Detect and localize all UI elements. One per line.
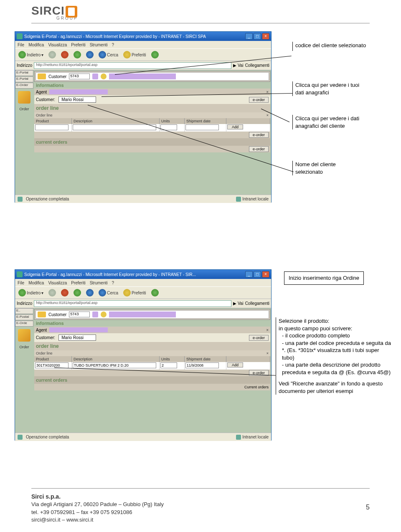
shipment-input[interactable]: [185, 362, 219, 368]
order-icon[interactable]: [18, 329, 30, 342]
current-orders-row: Current orders: [244, 385, 269, 389]
star-icon: [123, 289, 131, 296]
menu-favorites[interactable]: Preferiti: [71, 281, 85, 285]
side-tab-eportal2[interactable]: E-Portal: [15, 76, 33, 82]
menu-tools[interactable]: Strumenti: [90, 281, 108, 285]
stop-button[interactable]: [59, 50, 70, 59]
menu-edit[interactable]: Modifica: [28, 281, 44, 285]
history-button[interactable]: [150, 50, 160, 59]
search-button[interactable]: Cerca: [97, 288, 120, 297]
collapse-icon2[interactable]: ×: [266, 351, 269, 355]
shipment-input[interactable]: [185, 124, 219, 130]
customer-code-input[interactable]: 5743: [69, 312, 90, 317]
col-units: Units: [160, 356, 185, 362]
customer-row: Customer: Mario Rossi e-order: [34, 333, 270, 342]
refresh-button[interactable]: [72, 50, 83, 59]
lookup-icon[interactable]: [92, 312, 98, 317]
help-icon[interactable]: [101, 73, 107, 79]
address-label: Indirizzo: [17, 301, 32, 306]
titlebar: Solgenia E-Portal - ag.Iannuzzi - Micros…: [15, 270, 271, 279]
back-button[interactable]: Indietro ▾: [17, 288, 45, 297]
eorder-button[interactable]: e-order: [249, 335, 269, 341]
search-icon: [99, 289, 106, 296]
search-button[interactable]: Cerca: [97, 50, 120, 59]
history-button[interactable]: [150, 288, 160, 297]
refresh-button[interactable]: [72, 288, 83, 297]
forward-button[interactable]: [47, 288, 58, 297]
logo-sub: GROUP: [56, 16, 401, 20]
search-icon: [99, 51, 106, 58]
zone-icon: [236, 435, 241, 440]
maximize-button[interactable]: □: [254, 33, 261, 40]
footer-web: sirci@sirci.it – www.sirci.it: [31, 516, 370, 524]
menu-edit[interactable]: Modifica: [28, 43, 44, 47]
stop-button[interactable]: [59, 288, 70, 297]
customer-code-input[interactable]: 5743: [69, 73, 90, 79]
side-tab[interactable]: E-Postal: [15, 314, 33, 320]
home-icon: [86, 51, 94, 58]
col-shipment: Shipment date: [185, 356, 226, 362]
collapse-icon[interactable]: ×: [266, 328, 269, 332]
description-input[interactable]: [73, 124, 156, 130]
home-button[interactable]: [84, 288, 95, 297]
favorites-button[interactable]: Preferiti: [122, 288, 147, 297]
add-button[interactable]: Add: [227, 362, 243, 367]
star-icon: [123, 51, 131, 58]
orderline-header: order line: [34, 342, 270, 350]
eorder-button3[interactable]: e-order: [249, 146, 269, 152]
back-button[interactable]: Indietro ▾: [17, 50, 45, 59]
close-button[interactable]: ×: [262, 271, 269, 278]
statusbar: Operazione completata Intranet locale: [15, 433, 271, 441]
done-icon: [18, 435, 23, 440]
side-tab[interactable]: E-Orde: [15, 321, 33, 327]
side-tab[interactable]: E..: [15, 308, 33, 314]
menu-view[interactable]: Visualizza: [48, 43, 67, 47]
col-units: Units: [160, 118, 185, 124]
menu-favorites[interactable]: Preferiti: [71, 43, 85, 47]
side-tab-eportal[interactable]: E-Portal: [15, 70, 33, 76]
menu-file[interactable]: File: [18, 281, 24, 285]
menu-file[interactable]: File: [18, 43, 24, 47]
minimize-button[interactable]: _: [245, 271, 253, 278]
close-button[interactable]: ×: [262, 33, 269, 40]
menu-view[interactable]: Visualizza: [48, 281, 67, 285]
eorder-button2[interactable]: e-order: [249, 132, 269, 138]
customer-label: Customer: [48, 312, 66, 317]
window-title: Solgenia E-Portal - ag.Iannuzzi - Micros…: [24, 34, 245, 39]
go-button[interactable]: ▶ Vai: [233, 63, 244, 68]
favorites-button[interactable]: Preferiti: [122, 50, 147, 59]
help-icon[interactable]: [101, 312, 107, 317]
home-button[interactable]: [84, 50, 95, 59]
description-input[interactable]: [73, 362, 156, 368]
minimize-button[interactable]: _: [245, 33, 253, 40]
add-button[interactable]: Add: [227, 124, 243, 129]
maximize-button[interactable]: □: [254, 271, 261, 278]
zone-text: Intranet locale: [242, 197, 269, 201]
go-button[interactable]: ▶ Vai: [233, 301, 244, 306]
table-header: Product Description Units Shipment date: [34, 356, 270, 362]
top-panel: Customer 5743: [34, 71, 270, 82]
status-text: Operazione completata: [26, 435, 69, 439]
table-header: Product Description Units Shipment date: [34, 118, 270, 124]
menu-tools[interactable]: Strumenti: [90, 43, 108, 47]
header-rule: [31, 23, 370, 23]
logo-main: SIRCI: [31, 4, 65, 17]
forward-button[interactable]: [47, 50, 58, 59]
collapse-icon2[interactable]: ×: [266, 113, 269, 117]
menu-help[interactable]: ?: [112, 281, 114, 285]
menu-help[interactable]: ?: [112, 43, 114, 47]
zone-text: Intranet locale: [242, 435, 269, 439]
url-input[interactable]: http://nettuno:8181/eportal/portal.asp: [34, 300, 231, 307]
eorder-button[interactable]: e-order: [249, 97, 269, 103]
home-icon: [86, 289, 94, 296]
product-input[interactable]: [35, 124, 69, 130]
forward-icon: [48, 289, 56, 296]
customer-label2: Customer:: [36, 97, 55, 102]
side-tab-eorder[interactable]: E-Order: [15, 83, 33, 89]
status-text: Operazione completata: [26, 197, 69, 201]
links-label: Collegamenti: [245, 63, 269, 68]
order-icon[interactable]: [18, 91, 30, 104]
units-input[interactable]: [160, 362, 177, 368]
lookup-icon[interactable]: [92, 73, 98, 79]
col-shipment: Shipment date: [185, 118, 226, 124]
